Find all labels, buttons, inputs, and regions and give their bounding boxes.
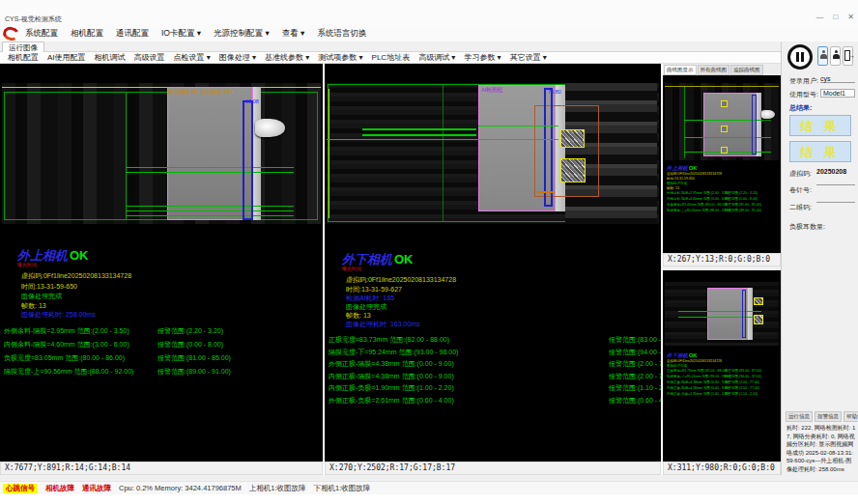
- measure-line-green: [478, 126, 558, 126]
- done-line: 图像处理完成: [21, 292, 62, 301]
- wrinkle-box-2: [754, 315, 763, 324]
- total-result-label: 总结果:: [789, 103, 812, 113]
- preview-image: [665, 83, 779, 160]
- metal-clip: [255, 119, 285, 137]
- lower-camera-status: 下相机1:收图故障: [314, 484, 371, 493]
- menu-item-comm-config[interactable]: 通讯配置: [116, 28, 149, 40]
- measure-line-green: [362, 134, 476, 136]
- toolbar-camera-config[interactable]: 相机配置: [8, 52, 39, 63]
- camera-fault-status: 相机故障: [45, 484, 74, 493]
- measurement-value: 隔膜宽度-下=95.24mm 范围:(93.00 - 98.00): [329, 348, 609, 360]
- maximize-icon[interactable]: □: [833, 13, 838, 21]
- preview-image: [665, 282, 779, 346]
- toolbar-baseline-params[interactable]: 基准线参数 ▾: [265, 52, 309, 63]
- menu-item-light-config[interactable]: 光源控制配置 ▾: [214, 28, 270, 40]
- mark-box: [721, 100, 728, 107]
- toolbar-spot-check[interactable]: 点检设置 ▾: [174, 52, 211, 63]
- toolbar-ai-config[interactable]: AI使用配置: [47, 52, 86, 63]
- camera-image-lower-outer[interactable]: AI检测框 73.80: [327, 83, 659, 224]
- upper-camera-status: 上相机1:收图故障: [249, 484, 306, 493]
- toolbar-learning-params[interactable]: 学习参数 ▾: [464, 52, 500, 63]
- measurement-row: 外侧正极-负极=2.61mm 范围:(0.60 - 4.00)报警范围:(0.6…: [329, 396, 661, 408]
- ok-status: OK: [70, 248, 89, 263]
- preview-tabs: 曲线图显示 所有曲线图 追踪曲线图: [663, 64, 781, 75]
- alarm-range: 报警范围:(2.00 - 77.00): [609, 372, 661, 384]
- menu-item-system-config[interactable]: 系统配置: [25, 28, 58, 40]
- measure-line-green: [126, 215, 294, 216]
- login-user-label: 登录用户:: [789, 76, 818, 86]
- menu-item-io-config[interactable]: IO卡配置 ▾: [161, 28, 201, 40]
- toolbar-advanced-debug[interactable]: 高级调试 ▾: [418, 52, 455, 63]
- left-camera-coords: X:7677;Y:891;R:14;G:14;B:14: [0, 462, 323, 475]
- roi-outer-green: [4, 92, 318, 220]
- camera-image-upper-outer[interactable]: 静态阈值:93, 动态阈值:100 93.08: [2, 83, 321, 224]
- qrcode-value: [816, 202, 855, 203]
- toolbar-advanced-settings[interactable]: 高级设置: [134, 52, 165, 63]
- measure-line-green: [684, 120, 771, 121]
- preview-tab-all-curves[interactable]: 所有曲线图: [698, 65, 730, 75]
- alarm-range: 报警范围:(0.60 - 4.00): [609, 396, 661, 408]
- operator-button[interactable]: [830, 46, 841, 66]
- measurement-row: 内侧余料-隔膜=4.60mm 范围:(3.00 - 6.00)报警范围:(0.0…: [4, 340, 231, 353]
- alarm-range: 报警范围:(0.00 - 8.00): [157, 340, 223, 353]
- alarm-range: 报警范围:(1.10 - 2.10): [609, 383, 661, 396]
- measurement-list: 外侧余料-隔膜=2.95mm 范围:(2.00 - 3.50)报警范围:(2.2…: [4, 326, 231, 380]
- ai-frame-label: AI检测框: [481, 86, 502, 95]
- preview-tab-trace-curve[interactable]: 追踪曲线图: [730, 65, 763, 75]
- preview-upper-camera[interactable]: 外上相机OK 虚拟码:0Ff1line20250208133134728 时间:…: [663, 75, 781, 265]
- info-tab-help[interactable]: 帮助信息: [844, 411, 858, 422]
- measurement-row: 外侧余料-隔膜=2.95mm 范围:(2.00 - 3.50)报警范围:(2.2…: [4, 326, 231, 340]
- baseline-yellow: [665, 86, 779, 87]
- elapsed-line: 图像处理耗时: 163.00ms: [346, 320, 420, 329]
- measure-line-green: [684, 152, 771, 153]
- measurement-list: 正极宽度=83.73mm 范围:(82.00 - 88.00)报警范围:(83.…: [329, 335, 661, 407]
- preview-lower-coords: X:311;Y:980;R:0;G:0;B:0: [663, 462, 781, 475]
- user-icon: [820, 50, 827, 62]
- toolbar-image-processing[interactable]: 图像处理 ▾: [219, 52, 256, 63]
- exit-button[interactable]: [843, 46, 853, 66]
- toolbar-camera-debug[interactable]: 相机调试: [95, 52, 126, 63]
- user-login-button[interactable]: [817, 46, 828, 66]
- menu-item-language[interactable]: 系统语言切换: [317, 28, 366, 40]
- pause-button[interactable]: [787, 44, 813, 70]
- toolbar-other-settings[interactable]: 其它设置 ▾: [510, 52, 547, 63]
- measurement-row: 正极宽度=83.73mm 范围:(82.00 - 88.00)报警范围:(83.…: [329, 335, 661, 348]
- measurement-value: 外侧正极-隔膜=4.38mm 范围:(0.00 - 9.00): [329, 359, 609, 372]
- close-icon[interactable]: ✕: [847, 13, 854, 21]
- measurement-row: 外侧正极-隔膜=4.38mm 范围:(0.00 - 9.00)报警范围:(2.0…: [329, 359, 661, 372]
- toolbar-test-params[interactable]: 测试项参数 ▾: [318, 52, 362, 63]
- preview-lower-camera[interactable]: 外下相机OK 虚拟码:0Ff1line20250208133134728 图像处…: [663, 270, 781, 462]
- menu-item-view[interactable]: 查看 ▾: [282, 28, 305, 40]
- exposure-label: 曝光时间: [342, 266, 361, 271]
- measure-line-green: [126, 206, 294, 207]
- minimize-icon[interactable]: —: [815, 13, 823, 21]
- model-value[interactable]: Model1: [820, 89, 855, 98]
- toolbar-plc-table[interactable]: PLC地址表: [372, 52, 411, 63]
- electrode-region: [167, 87, 253, 220]
- preview-column: 曲线图显示 所有曲线图 追踪曲线图: [663, 64, 781, 462]
- measurement-value: 隔膜宽度-上=90.56mm 范围:(88.00 - 92.00): [667, 209, 725, 214]
- measure-line-green: [678, 311, 761, 312]
- window-title: CYS-视觉检测系统: [5, 14, 62, 24]
- preview-result-text: 外上相机OK 虚拟码:0Ff1line20250208133134728 时间:…: [667, 164, 781, 214]
- app-logo-icon: [3, 27, 19, 41]
- measurement-value: 内侧正极-负极=1.90mm 范围:(1.00 - 2.20): [329, 383, 609, 396]
- measurement-row: 隔膜宽度-上=90.56mm 范围:(88.00 - 92.00)报警范围:(8…: [667, 209, 781, 214]
- mark-box: [721, 147, 728, 154]
- preview-tab-curve-display[interactable]: 曲线图显示: [664, 65, 697, 75]
- separator-edge: [748, 288, 753, 340]
- elapsed-line: 图像处理耗时: 258.00ms: [21, 310, 96, 320]
- separator-edge: [253, 87, 261, 220]
- measurement-row: 内侧正极-负极=1.90mm 范围:(1.00 - 2.20)报警范围:(1.1…: [667, 392, 781, 398]
- window-controls: — □ ✕: [815, 13, 854, 21]
- threshold-label: 静态阈值:93, 动态阈值:100: [168, 88, 232, 97]
- qrcode-label: 二维码:: [789, 203, 812, 212]
- measurement-value: 正极宽度=83.73mm 范围:(82.00 - 88.00): [329, 335, 609, 348]
- camera-panel-upper-outer: 静态阈值:93, 动态阈值:100 93.08 外上相机OK 曝光时间 虚拟码:…: [0, 64, 323, 462]
- measure-line-green: [126, 210, 294, 211]
- info-tab-alarm[interactable]: 报警信息: [815, 411, 842, 422]
- menu-item-camera-config[interactable]: 相机配置: [71, 28, 103, 40]
- blue-measure-label: 73.80: [548, 89, 561, 95]
- info-tab-run[interactable]: 运行信息: [786, 411, 813, 422]
- ok-status: OK: [689, 352, 697, 358]
